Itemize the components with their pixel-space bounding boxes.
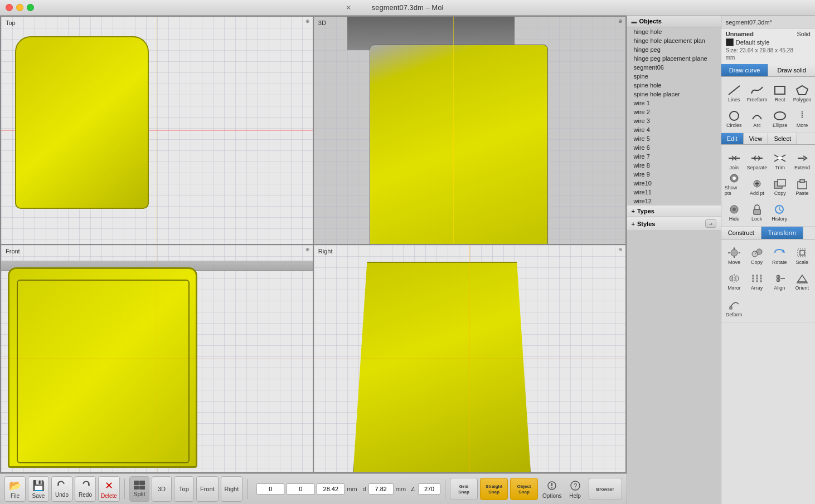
x-coord-input[interactable] [256,483,284,495]
straight-snap-button[interactable]: Straight Snap [480,478,508,500]
delete-button[interactable]: ✕ Delete [98,476,120,502]
select-tab[interactable]: Select [768,133,797,144]
circles-tool[interactable]: Circles [724,105,745,129]
file-button[interactable]: 📂 File [4,476,26,502]
svg-point-41 [760,275,762,277]
view-front-button[interactable]: Front [196,476,219,502]
join-tool[interactable]: Join [724,147,745,172]
separate-tool[interactable]: Separate [746,147,769,172]
object-item-spine-hole[interactable]: spine hole [627,81,721,90]
rotate-tool[interactable]: Rotate [769,242,790,266]
arc-tool[interactable]: Arc [746,105,769,129]
maximize-button[interactable] [27,4,34,11]
object-item-wire4[interactable]: wire 4 [627,125,721,134]
styles-toggle-icon: + [632,221,635,227]
object-item-wire6[interactable]: wire 6 [627,143,721,152]
curve-tools-section: Lines Freeform Rect Polygon [721,77,815,133]
window-controls[interactable] [6,4,34,11]
ellipse-tool[interactable]: Ellipse [769,105,790,129]
trim-tool[interactable]: Trim [769,147,790,172]
objects-panel-header[interactable]: ▬ Objects [627,16,721,27]
viewport-right-label: Right [318,248,333,255]
object-item-spine[interactable]: spine [627,72,721,81]
viewport-3d[interactable]: 3D ⊕ [314,17,625,244]
scale-tool[interactable]: Scale [791,242,813,266]
split-button[interactable]: Split [129,476,149,502]
view-tab[interactable]: View [744,133,769,144]
extend-tool[interactable]: Extend [792,147,813,172]
redo-button[interactable]: Redo [75,476,96,502]
d-input[interactable] [368,483,394,495]
viewport-right[interactable]: Right ⊕ [314,245,625,472]
style-color-swatch [726,38,734,46]
close-button[interactable] [6,4,13,11]
styles-arrow-button[interactable]: → [705,219,716,228]
grid-snap-button[interactable]: Grid Snap [450,478,478,500]
object-item-wire9[interactable]: wire 9 [627,170,721,179]
lock-tool[interactable]: Lock [746,198,768,223]
object-item-wire12[interactable]: wire12 [627,197,721,205]
object-item-wire1[interactable]: wire 1 [627,99,721,107]
svg-point-47 [760,280,762,282]
object-item-hinge-peg-plane[interactable]: hinge peg placement plane [627,54,721,63]
object-item-wire2[interactable]: wire 2 [627,107,721,116]
deform-row: Deform [724,293,813,320]
view-right-button[interactable]: Right [221,476,243,502]
object-item-segment06[interactable]: segment06 [627,63,721,72]
edit-tab[interactable]: Edit [721,133,744,144]
copy2-tool[interactable]: Copy [746,242,768,266]
object-item-wire7[interactable]: wire 7 [627,152,721,161]
copy-tool[interactable]: Copy [769,173,790,197]
right-object [353,262,531,472]
z-coord-input[interactable] [317,483,345,495]
align-tool[interactable]: Align [769,267,790,292]
draw-curve-tab[interactable]: Draw curve [721,64,769,76]
object-item-wire11[interactable]: wire11 [627,188,721,197]
freeform-tool[interactable]: Freeform [746,79,769,104]
save-button[interactable]: 💾 Save [28,476,49,502]
help-button[interactable]: ? Help [569,479,582,499]
y-coord-input[interactable] [287,483,314,495]
toolbar-separator-2 [247,479,248,499]
undo-button[interactable]: Undo [51,476,72,502]
add-pt-tool[interactable]: Add pt [746,173,769,197]
options-button[interactable]: Options [542,479,561,499]
orient-tool[interactable]: Orient [791,267,813,292]
viewport-top[interactable]: Top ⊕ [1,17,313,244]
types-panel-header[interactable]: + Types [627,205,721,217]
object-item-wire5[interactable]: wire 5 [627,134,721,143]
object-item-wire10[interactable]: wire10 [627,179,721,188]
object-snap-button[interactable]: Object Snap [510,478,538,500]
view-top-button[interactable]: Top [174,476,194,502]
hide-tool[interactable]: Hide [724,198,745,223]
styles-panel-header[interactable]: + Styles → [627,217,721,230]
object-item-wire3[interactable]: wire 3 [627,116,721,125]
object-item-wire8[interactable]: wire 8 [627,161,721,170]
d-label: d [363,486,366,492]
svg-rect-29 [754,209,760,214]
rect-tool[interactable]: Rect [769,79,790,104]
mirror-tool[interactable]: Mirror [724,267,745,292]
history-tool[interactable]: History [769,198,790,223]
move-tool[interactable]: Move [724,242,745,266]
draw-solid-tab[interactable]: Draw solid [768,64,815,76]
paste-tool[interactable]: Paste [792,173,813,197]
construct-tab[interactable]: Construct [721,227,761,239]
view-3d-button[interactable]: 3D [152,476,172,502]
browser-button[interactable]: Browser [589,478,622,500]
polygon-tool[interactable]: Polygon [792,79,813,104]
lines-tool[interactable]: Lines [724,79,745,104]
tools-panel: segment07.3dm* Unnamed Solid Default sty… [721,16,815,504]
object-item-spine-hole-placer[interactable]: spine hole placer [627,90,721,99]
transform-tab[interactable]: Transform [761,227,803,239]
more-tool[interactable]: ⁞ More [792,105,813,129]
show-pts-tool[interactable]: Show pts [724,173,745,197]
object-item-hinge-hole-plan[interactable]: hinge hole placement plan [627,36,721,45]
viewport-front[interactable]: Front ⊕ [1,245,313,472]
angle-input[interactable] [418,483,440,495]
object-item-hinge-peg[interactable]: hinge peg [627,45,721,54]
object-item-hinge-hole[interactable]: hinge hole [627,27,721,36]
array-tool[interactable]: Array [746,267,768,292]
minimize-button[interactable] [16,4,23,11]
deform-tool[interactable]: Deform [725,294,744,319]
